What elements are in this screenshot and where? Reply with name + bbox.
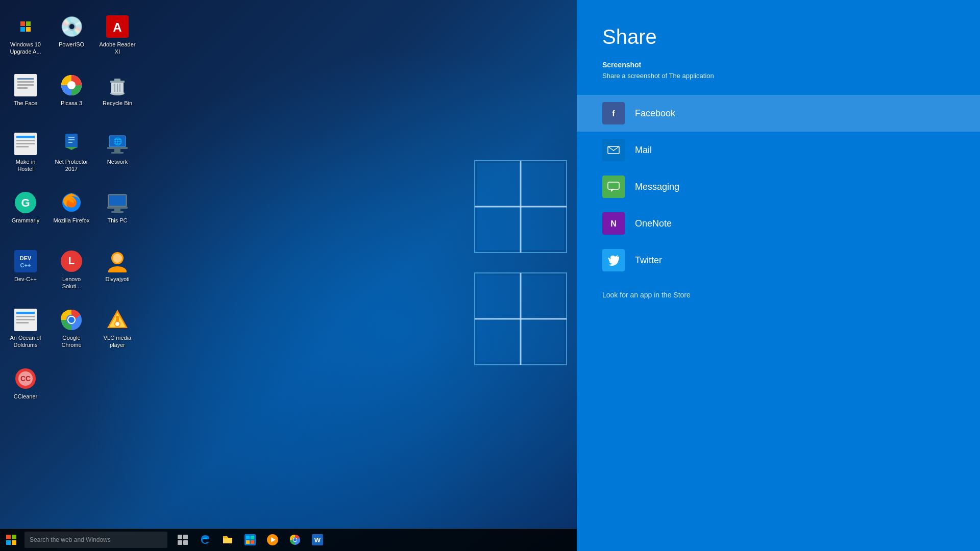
svg-rect-12: [17, 81, 34, 83]
svg-rect-11: [17, 78, 34, 80]
desktop-icon-divyajyoti[interactable]: Divyajyoti: [97, 245, 138, 301]
svg-rect-68: [116, 316, 119, 321]
desktop-visual: [449, 135, 577, 390]
svg-rect-27: [16, 143, 35, 144]
taskbar-chrome[interactable]: [284, 529, 306, 551]
icon-label-devcpp: Dev-C++: [14, 276, 37, 283]
taskbar-icons: W: [172, 529, 329, 551]
desktop-icon-vlc[interactable]: VLC media player: [97, 304, 138, 360]
svg-rect-46: [114, 209, 120, 211]
desktop-icon-google-chrome[interactable]: Google Chrome: [51, 304, 92, 360]
desktop-icon-grammarly[interactable]: G Grammarly: [5, 186, 46, 242]
svg-rect-77: [246, 536, 250, 539]
desktop-icon-net-protector[interactable]: Net Protector 2017: [51, 128, 92, 184]
icon-label-ocean-doldrums: An Ocean of Doldrums: [7, 334, 44, 349]
svg-rect-28: [16, 146, 29, 147]
svg-rect-45: [107, 207, 128, 209]
svg-rect-60: [16, 322, 29, 323]
svg-rect-58: [16, 316, 35, 317]
svg-rect-26: [16, 140, 35, 141]
desktop-icon-picasa3[interactable]: Picasa 3: [51, 69, 92, 125]
search-input[interactable]: [24, 532, 167, 548]
share-item-messaging[interactable]: Messaging: [577, 168, 980, 205]
taskbar-word[interactable]: W: [306, 529, 329, 551]
share-label-mail: Mail: [635, 145, 652, 156]
svg-rect-74: [178, 540, 182, 545]
desktop-icon-ccleaner[interactable]: CC CCleaner: [5, 362, 46, 418]
svg-point-16: [67, 81, 76, 89]
svg-text:f: f: [612, 109, 615, 118]
desktop-icon-recycle-bin[interactable]: Recycle Bin: [97, 69, 138, 125]
icon-label-the-face: The Face: [14, 99, 37, 107]
share-label-twitter: Twitter: [635, 255, 662, 266]
svg-text:C++: C++: [20, 262, 31, 268]
svg-text:G: G: [21, 196, 30, 209]
desktop-icon-network[interactable]: 🌐 Network: [97, 128, 138, 184]
share-item-mail[interactable]: Mail: [577, 132, 980, 168]
svg-rect-31: [68, 137, 75, 138]
share-label-onenote: OneNote: [635, 218, 672, 229]
share-label-messaging: Messaging: [635, 182, 679, 192]
icon-label-grammarly: Grammarly: [12, 217, 39, 224]
svg-rect-25: [16, 136, 35, 138]
svg-rect-90: [608, 182, 619, 189]
icon-label-lenovo: Lenovo Soluti...: [53, 276, 90, 290]
share-label-facebook: Facebook: [635, 108, 675, 119]
svg-text:🌐: 🌐: [113, 137, 122, 146]
svg-rect-36: [114, 149, 120, 152]
svg-rect-14: [17, 87, 28, 89]
svg-rect-44: [109, 195, 126, 206]
taskbar-files[interactable]: [216, 529, 239, 551]
svg-rect-78: [251, 536, 254, 539]
taskbar-edge[interactable]: [194, 529, 216, 551]
svg-rect-79: [246, 540, 250, 544]
share-item-onenote[interactable]: N OneNote: [577, 205, 980, 242]
taskbar-store[interactable]: [239, 529, 261, 551]
store-link[interactable]: Look for an app in the Store: [577, 279, 980, 311]
svg-rect-75: [183, 540, 188, 545]
svg-point-54: [108, 266, 127, 272]
svg-rect-59: [16, 319, 35, 320]
icon-label-make-in-hostel: Make in Hostel: [7, 158, 44, 173]
share-panel: Share Screenshot Share a screenshot of T…: [577, 0, 980, 551]
svg-rect-57: [16, 312, 35, 314]
desktop-icon-poweriso[interactable]: 💿 PowerISO: [51, 10, 92, 66]
desktop-icon-adobe-reader[interactable]: A Adobe Reader XI: [97, 10, 138, 66]
share-item-twitter[interactable]: Twitter: [577, 242, 980, 279]
svg-rect-47: [111, 211, 124, 213]
icon-label-vlc: VLC media player: [99, 334, 136, 349]
svg-text:DEV: DEV: [20, 255, 32, 261]
share-header: Share Screenshot Share a screenshot of T…: [577, 0, 980, 90]
svg-rect-32: [68, 139, 75, 140]
svg-rect-80: [251, 540, 254, 544]
svg-rect-29: [65, 134, 78, 148]
taskbar-media[interactable]: [261, 529, 284, 551]
desktop-icon-windows10[interactable]: Windows 10 Upgrade A...: [5, 10, 46, 66]
icon-label-adobe-reader: Adobe Reader XI: [99, 41, 136, 56]
svg-point-85: [293, 538, 297, 541]
start-button[interactable]: [0, 529, 22, 551]
desktop-icon-the-face[interactable]: The Face: [5, 69, 46, 125]
svg-rect-35: [107, 147, 128, 149]
desktop-icon-mozilla-firefox[interactable]: Mozilla Firefox: [51, 186, 92, 242]
desktop-icon-ocean-doldrums[interactable]: An Ocean of Doldrums: [5, 304, 46, 360]
share-description: Share a screenshot of The application: [602, 72, 954, 80]
messaging-icon: [602, 176, 625, 198]
onenote-icon: N: [602, 212, 625, 235]
desktop-icon-make-in-hostel[interactable]: Make in Hostel: [5, 128, 46, 184]
taskbar-task-view[interactable]: [172, 529, 194, 551]
desktop-icon-this-pc[interactable]: This PC: [97, 186, 138, 242]
icon-label-recycle-bin: Recycle Bin: [103, 99, 132, 107]
svg-text:W: W: [314, 536, 321, 544]
svg-rect-20: [114, 79, 120, 81]
svg-rect-48: [14, 250, 37, 272]
svg-point-55: [113, 254, 122, 263]
desktop-icon-lenovo[interactable]: L Lenovo Soluti...: [51, 245, 92, 301]
icon-label-mozilla-firefox: Mozilla Firefox: [54, 217, 90, 224]
icon-label-divyajyoti: Divyajyoti: [105, 276, 129, 283]
desktop-icon-devcpp[interactable]: DEV C++ Dev-C++: [5, 245, 46, 301]
share-item-facebook[interactable]: f Facebook: [577, 95, 980, 132]
svg-rect-67: [115, 322, 119, 326]
taskbar: W: [0, 529, 577, 551]
svg-rect-13: [17, 84, 34, 86]
